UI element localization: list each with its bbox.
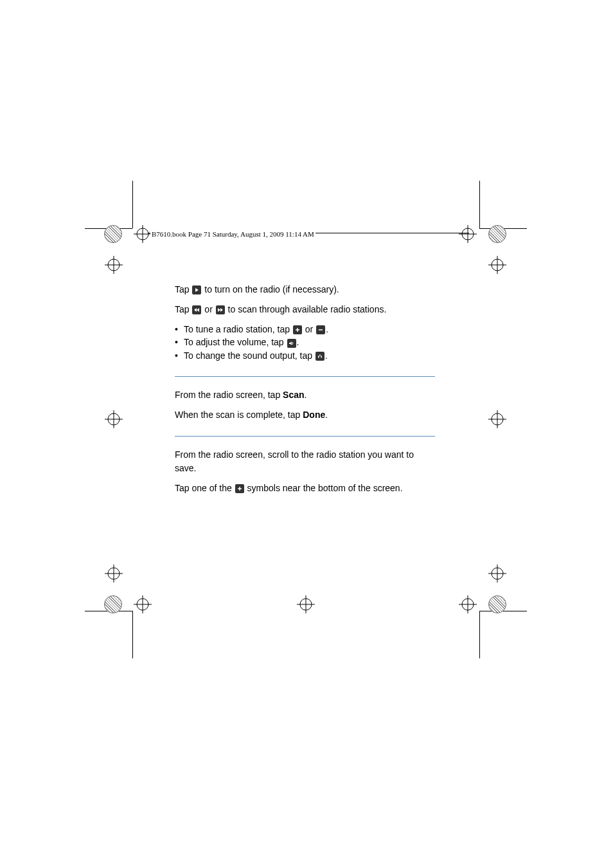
registration-mark xyxy=(488,410,506,428)
svg-rect-43 xyxy=(321,356,322,358)
registration-mark xyxy=(488,565,506,583)
text: To tune a radio station, tap xyxy=(184,324,292,334)
text: . xyxy=(325,350,328,361)
list-item: To change the sound output, tap . xyxy=(175,349,435,362)
play-icon xyxy=(192,285,201,294)
svg-marker-36 xyxy=(218,308,220,312)
bold-label: Scan xyxy=(283,390,304,400)
instruction-line: From the radio screen, tap Scan. xyxy=(175,388,435,402)
instruction-line: When the scan is complete, tap Done. xyxy=(175,408,435,422)
text: . xyxy=(305,390,307,400)
text: symbols near the bottom of the screen. xyxy=(245,483,403,493)
crop-mark xyxy=(132,181,133,228)
section-divider xyxy=(175,436,435,437)
registration-mark xyxy=(488,256,506,274)
crop-mark xyxy=(132,611,133,658)
text: or xyxy=(202,304,215,314)
text: From the radio screen, tap xyxy=(175,390,283,400)
color-target-icon xyxy=(488,225,506,243)
plus-icon xyxy=(293,325,302,334)
color-target-icon xyxy=(104,225,122,243)
instruction-line: From the radio screen, scroll to the rad… xyxy=(175,448,435,475)
instruction-line: Tap one of the symbols near the bottom o… xyxy=(175,482,435,495)
section-divider xyxy=(175,376,435,377)
text: . xyxy=(297,337,299,347)
text: . xyxy=(325,410,328,420)
page-content: Tap to turn on the radio (if necessary).… xyxy=(175,283,435,502)
text: Tap xyxy=(175,284,191,294)
text: When the scan is complete, tap xyxy=(175,410,303,420)
svg-rect-42 xyxy=(318,356,319,358)
instruction-line: Tap or to scan through available radio s… xyxy=(175,303,435,316)
plus-icon xyxy=(235,484,244,493)
registration-mark xyxy=(105,565,123,583)
text: Tap xyxy=(175,304,191,314)
crop-mark xyxy=(479,611,480,658)
svg-marker-37 xyxy=(220,308,223,312)
next-icon xyxy=(216,305,225,314)
previous-icon xyxy=(192,305,201,314)
text: Tap one of the xyxy=(175,483,235,493)
svg-marker-33 xyxy=(195,288,199,292)
registration-mark xyxy=(105,410,123,428)
registration-mark xyxy=(459,595,477,613)
registration-mark xyxy=(297,595,315,613)
text: To change the sound output, tap xyxy=(184,350,315,361)
registration-mark xyxy=(459,225,477,243)
svg-marker-41 xyxy=(289,341,292,345)
svg-marker-34 xyxy=(194,308,197,312)
crop-mark xyxy=(479,181,480,228)
page-header-text: B7610.book Page 71 Saturday, August 1, 2… xyxy=(150,230,315,238)
list-item: To tune a radio station, tap or . xyxy=(175,323,435,336)
list-item: To adjust the volume, tap . xyxy=(175,336,435,348)
bold-label: Done xyxy=(303,410,325,420)
svg-marker-35 xyxy=(197,308,199,312)
registration-mark xyxy=(134,225,152,243)
headset-icon xyxy=(315,352,324,361)
text: or xyxy=(303,324,315,334)
volume-icon xyxy=(287,339,296,348)
registration-mark xyxy=(134,595,152,613)
color-target-icon xyxy=(104,595,122,613)
minus-icon xyxy=(316,325,325,334)
registration-mark xyxy=(105,256,123,274)
text: to scan through available radio stations… xyxy=(226,304,387,314)
text: To adjust the volume, tap xyxy=(184,337,287,347)
color-target-icon xyxy=(488,595,506,613)
text: to turn on the radio (if necessary). xyxy=(202,284,339,294)
bullet-list: To tune a radio station, tap or . To adj… xyxy=(175,323,435,362)
text: . xyxy=(326,324,328,334)
instruction-line: Tap to turn on the radio (if necessary). xyxy=(175,283,435,296)
